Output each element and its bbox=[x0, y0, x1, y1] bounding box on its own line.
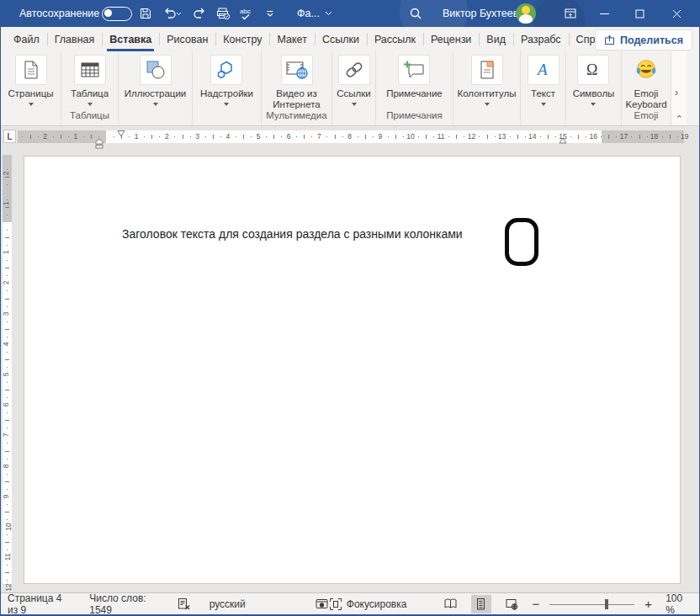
document-workspace: L 2112345678910111213141516171819 211234… bbox=[1, 126, 699, 595]
ribbon-pager-column: › ⌃ bbox=[671, 51, 687, 125]
quick-access-toolbar: abc bbox=[134, 0, 282, 27]
document-page[interactable]: Заголовок текста для создания раздела с … bbox=[24, 156, 681, 584]
ribbon-tab[interactable]: Макет bbox=[269, 27, 314, 51]
ribbon-tab[interactable]: Вид bbox=[479, 27, 513, 51]
links-button[interactable]: Ссылки bbox=[337, 55, 371, 110]
ribbon-tab[interactable]: Вставка bbox=[102, 27, 159, 51]
tab-stop-selector[interactable]: L bbox=[3, 130, 16, 143]
text-button[interactable]: A Текст bbox=[528, 55, 559, 110]
user-name[interactable]: Виктор Бухтеев bbox=[443, 0, 518, 27]
svg-text:A: A bbox=[536, 61, 548, 78]
ribbon-scroll-right-icon[interactable]: › bbox=[675, 87, 678, 98]
emoji-keyboard-button[interactable]: Emoji Keyboard bbox=[624, 55, 668, 110]
macro-recording-icon[interactable] bbox=[315, 597, 329, 611]
header-footer-icon bbox=[471, 55, 503, 85]
online-video-button[interactable]: Видео из Интернета bbox=[262, 55, 331, 110]
header-footer-button[interactable]: Колонтитулы bbox=[458, 55, 517, 110]
ribbon-group-add-ins: Надстройки bbox=[193, 51, 262, 125]
share-button[interactable]: Поделиться bbox=[595, 29, 692, 50]
ribbon-group-header-footer: Колонтитулы bbox=[453, 51, 521, 125]
ribbon-tab[interactable]: Главная bbox=[47, 27, 103, 51]
status-bar: Страница 4 из 9 Число слов: 1549 русский… bbox=[1, 592, 699, 616]
autosave-label: Автосохранение bbox=[19, 0, 99, 27]
new-comment-icon bbox=[398, 55, 430, 85]
ribbon-tab[interactable]: Рассылк bbox=[367, 27, 423, 51]
ribbon-group-text: A Текст bbox=[521, 51, 566, 125]
spelling-icon[interactable]: abc bbox=[235, 0, 258, 27]
share-icon bbox=[604, 35, 615, 45]
share-label: Поделиться bbox=[620, 35, 683, 46]
chevron-down-icon bbox=[591, 103, 596, 106]
word-window: Автосохранение abc Фа... bbox=[0, 0, 700, 616]
minimize-icon[interactable] bbox=[586, 0, 622, 27]
add-ins-icon bbox=[210, 55, 242, 85]
proofing-errors-icon[interactable] bbox=[177, 597, 191, 611]
links-icon bbox=[338, 55, 370, 85]
chevron-down-icon bbox=[29, 103, 34, 106]
chevron-down-icon bbox=[325, 11, 332, 16]
focus-icon bbox=[329, 597, 342, 611]
title-bar: Автосохранение abc Фа... bbox=[1, 0, 699, 27]
zoom-level[interactable]: 100 % bbox=[666, 592, 692, 616]
ribbon-tab[interactable]: Ссылки bbox=[315, 27, 367, 51]
ribbon: Страницы Таблица Таблицы Иллюстрации bbox=[1, 51, 699, 126]
illustrations-button[interactable]: Иллюстрации bbox=[125, 55, 187, 110]
zoom-slider[interactable] bbox=[549, 598, 634, 610]
ribbon-tab[interactable]: Констру bbox=[215, 27, 269, 51]
collapse-ribbon-icon[interactable]: ⌃ bbox=[676, 114, 683, 125]
ribbon-group-tables: Таблица Таблицы bbox=[61, 51, 119, 125]
focus-mode-button[interactable]: Фокусировка bbox=[329, 597, 407, 611]
ribbon-display-options-icon[interactable] bbox=[554, 0, 586, 27]
tab-strip: ФайлГлавнаяВставкаРисованКонструМакетСсы… bbox=[1, 27, 676, 51]
ribbon-group-pages: Страницы bbox=[1, 51, 61, 125]
left-indent-marker[interactable] bbox=[95, 138, 103, 149]
toggle-knob bbox=[104, 9, 112, 17]
symbols-button[interactable]: Ω Символы bbox=[573, 55, 615, 110]
web-layout-view-button[interactable] bbox=[501, 595, 522, 613]
ribbon-group-emoji: Emoji Keyboard Emoji bbox=[622, 51, 671, 125]
document-title[interactable]: Фа... bbox=[297, 0, 332, 27]
zoom-slider-thumb[interactable] bbox=[605, 599, 608, 609]
more-commands-icon[interactable] bbox=[258, 0, 282, 27]
ribbon-group-illustrations: Иллюстрации bbox=[119, 51, 193, 125]
language-indicator[interactable]: русский bbox=[209, 598, 246, 610]
print-layout-view-button[interactable] bbox=[471, 595, 491, 613]
close-icon[interactable] bbox=[657, 0, 696, 27]
table-button[interactable]: Таблица bbox=[71, 55, 109, 110]
save-icon[interactable] bbox=[134, 0, 157, 27]
text-icon: A bbox=[528, 55, 559, 85]
ribbon-group-comments: Примечание Примечания bbox=[376, 51, 453, 125]
avatar[interactable] bbox=[516, 3, 536, 24]
search-icon[interactable] bbox=[403, 0, 428, 27]
read-mode-view-button[interactable] bbox=[440, 595, 460, 613]
new-comment-button[interactable]: Примечание bbox=[386, 55, 443, 110]
ribbon-group-links: Ссылки bbox=[332, 51, 376, 125]
ribbon-tab[interactable]: Рисован bbox=[159, 27, 215, 51]
add-ins-button[interactable]: Надстройки bbox=[200, 55, 253, 110]
ribbon-group-symbols: Ω Символы bbox=[566, 51, 622, 125]
table-icon bbox=[74, 55, 106, 85]
maximize-icon[interactable] bbox=[622, 0, 657, 27]
autosave-toggle[interactable] bbox=[102, 7, 132, 21]
zoom-in-button[interactable]: + bbox=[644, 597, 652, 611]
zoom-out-button[interactable]: − bbox=[532, 597, 539, 611]
horizontal-ruler: 2112345678910111213141516171819 bbox=[18, 130, 684, 143]
undo-icon[interactable] bbox=[157, 0, 188, 27]
word-count[interactable]: Число слов: 1549 bbox=[89, 592, 157, 616]
ribbon-tab[interactable]: Файл bbox=[6, 27, 47, 51]
emoji-keyboard-icon bbox=[630, 55, 662, 85]
print-preview-icon[interactable] bbox=[211, 0, 235, 27]
svg-text:abc: abc bbox=[240, 8, 251, 15]
online-video-icon bbox=[281, 55, 313, 85]
chevron-down-icon bbox=[224, 103, 229, 106]
symbols-icon: Ω bbox=[577, 55, 609, 85]
page-indicator[interactable]: Страница 4 из 9 bbox=[8, 592, 71, 616]
ribbon-tab[interactable]: Рецензи bbox=[423, 27, 479, 51]
document-heading-text[interactable]: Заголовок текста для создания раздела с … bbox=[122, 227, 463, 241]
vertical-ruler: 21123456789101112 bbox=[3, 155, 12, 584]
redo-icon[interactable] bbox=[188, 0, 211, 27]
pages-button[interactable]: Страницы bbox=[8, 55, 54, 110]
pages-icon bbox=[15, 55, 47, 85]
chevron-down-icon bbox=[352, 103, 357, 106]
ribbon-tab[interactable]: Разрабс bbox=[513, 27, 569, 51]
